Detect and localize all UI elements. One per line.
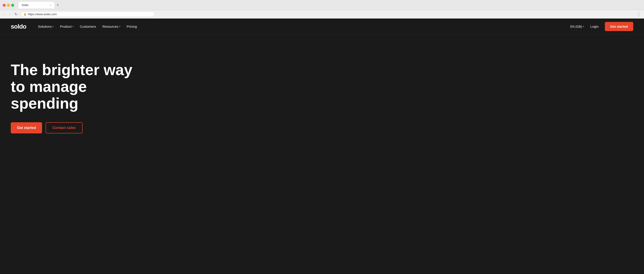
hero-title: The brighter way to manage spending [11,61,146,111]
nav-item-customers[interactable]: Customers [77,23,99,30]
minimize-button[interactable] [7,4,10,7]
browser-menu-button[interactable]: ⋮ [637,12,641,17]
website: soldo Solutions ▾ Product ▾ Customers Re… [0,18,644,274]
tab-title: Soldo [22,3,28,7]
chevron-down-icon: ▾ [119,25,120,28]
logo[interactable]: soldo [11,23,26,30]
chevron-down-icon: ▾ [52,25,54,28]
chevron-down-icon: ▾ [72,25,74,28]
tab-close-icon[interactable]: × [50,4,51,6]
refresh-button[interactable]: ↻ [14,12,18,16]
nav-customers-label: Customers [80,24,96,28]
hero-title-line1: The brighter way [11,61,132,78]
chevron-down-icon: ▾ [583,25,584,28]
login-button[interactable]: Login [588,23,601,30]
get-started-nav-button[interactable]: Get started [605,22,633,31]
nav-product-label: Product [60,24,72,28]
browser-addressbar: ‹ › ↻ 🔒 https://www.soldo.com ⋮ [0,10,644,18]
nav-resources-label: Resources [102,24,118,28]
browser-tab[interactable]: Soldo × [18,2,54,8]
nav-right: EN (GB) ▾ Login Get started [570,22,633,31]
lock-icon: 🔒 [24,13,26,16]
nav-item-solutions[interactable]: Solutions ▾ [35,23,56,30]
browser-titlebar: Soldo × + [0,0,644,10]
nav-item-pricing[interactable]: Pricing [124,23,140,30]
tab-bar: Soldo × + [18,2,60,8]
address-bar[interactable]: 🔒 https://www.soldo.com [20,11,155,17]
nav-links: Solutions ▾ Product ▾ Customers Resource… [35,23,570,30]
get-started-hero-button[interactable]: Get started [11,122,42,133]
hero-section: The brighter way to manage spending Get … [0,35,156,151]
nav-pricing-label: Pricing [126,24,137,28]
browser-chrome: Soldo × + ‹ › ↻ 🔒 https://www.soldo.com … [0,0,644,18]
url-text: https://www.soldo.com [28,12,57,16]
hero-title-line2: to manage [11,78,87,95]
nav-item-resources[interactable]: Resources ▾ [100,23,123,30]
nav-solutions-label: Solutions [38,24,52,28]
navbar: soldo Solutions ▾ Product ▾ Customers Re… [0,18,644,35]
language-selector[interactable]: EN (GB) ▾ [570,25,584,28]
new-tab-button[interactable]: + [55,3,60,7]
hero-title-line3: spending [11,95,78,112]
traffic-lights [3,4,14,7]
hero-actions: Get started Contact sales [11,122,146,133]
contact-sales-button[interactable]: Contact sales [46,122,82,133]
back-button[interactable]: ‹ [3,12,6,16]
forward-button[interactable]: › [8,12,11,16]
close-button[interactable] [3,4,6,7]
maximize-button[interactable] [11,4,14,7]
nav-item-product[interactable]: Product ▾ [57,23,76,30]
language-label: EN (GB) [570,25,582,28]
